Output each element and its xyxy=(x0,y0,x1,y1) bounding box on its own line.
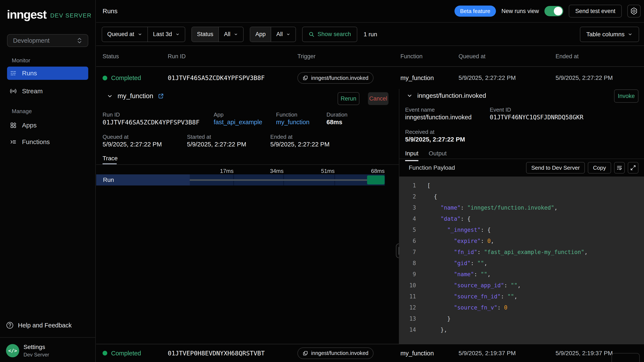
received-at-label: Received at xyxy=(405,129,434,135)
chevron-down-icon xyxy=(138,32,142,37)
started-at-value: 5/9/2025, 2:27:22 PM xyxy=(187,141,246,148)
code-token: "gid" xyxy=(454,260,470,266)
code-token: : xyxy=(471,260,477,266)
table-row[interactable]: Completed 01JTVF46SA5ZCDK4YPFSPV3B8F inn… xyxy=(96,67,644,89)
code-token: , xyxy=(490,238,494,244)
send-test-event-button[interactable]: Send test event xyxy=(569,5,622,17)
settings-entry[interactable]: </> Settings Dev Server xyxy=(6,344,49,358)
runs-table-header: Status Run ID Trigger Function Queued at… xyxy=(96,46,644,67)
code-text: }, xyxy=(427,327,447,333)
rerun-button[interactable]: Rerun xyxy=(338,92,360,105)
trace-tick: 17ms xyxy=(220,168,234,174)
settings-gear-button[interactable] xyxy=(627,5,640,17)
time-range-select[interactable]: Last 3d xyxy=(148,27,185,42)
logo[interactable]: inngest DEV SERVER xyxy=(7,8,92,20)
new-runs-view-label: New runs view xyxy=(502,8,539,14)
code-text: "source_fn_v": 0 xyxy=(427,304,508,311)
event-detail-panel: inngest/function.invoked Invoke Event na… xyxy=(399,89,644,344)
code-token xyxy=(427,238,454,244)
collapse-chevron-icon[interactable] xyxy=(107,93,113,99)
payload-code-editor[interactable]: 1[2 {3 "name": "inngest/function.invoked… xyxy=(399,177,644,344)
trace-waterfall-row[interactable]: Run xyxy=(96,174,385,185)
table-row[interactable]: Completed 01JTVEP0H8EVDNYXH68QRSTVBT inn… xyxy=(96,344,644,362)
inngest-dev-server-app: inngest DEV SERVER Development Monitor R… xyxy=(0,0,644,362)
duration-value: 68ms xyxy=(326,119,342,126)
sidebar-item-label: Functions xyxy=(22,138,50,146)
new-runs-view-toggle[interactable] xyxy=(544,6,563,16)
expand-button[interactable] xyxy=(628,162,638,174)
sidebar-item-functions[interactable]: Functions xyxy=(7,135,88,149)
app-link[interactable]: fast_api_example xyxy=(214,119,262,126)
time-field-select[interactable]: Queued at xyxy=(102,27,148,42)
time-filter-group[interactable]: Queued at Last 3d xyxy=(102,27,185,42)
trace-execution-span[interactable] xyxy=(367,176,384,184)
cancel-button[interactable]: Cancel xyxy=(368,92,388,105)
nav-section-monitor: Monitor xyxy=(12,57,30,64)
tab-trace[interactable]: Trace xyxy=(102,155,118,162)
collapse-chevron-icon[interactable] xyxy=(406,93,412,99)
column-status: Status xyxy=(102,53,119,60)
received-at-value: 5/9/2025, 2:27:22 PM xyxy=(405,136,465,143)
event-name-value: inngest/function.invoked xyxy=(405,114,472,121)
trigger-pill[interactable]: inngest/function.invoked xyxy=(298,348,374,359)
code-line: 14 }, xyxy=(399,324,644,335)
code-token: "source_fn_id" xyxy=(454,293,501,300)
dev-server-avatar: </> xyxy=(6,344,19,357)
table-columns-button[interactable]: Table columns xyxy=(580,27,639,42)
code-token: "source_fn_v" xyxy=(454,304,498,311)
column-queued-at: Queued at xyxy=(458,53,486,60)
code-text: "source_app_id": "", xyxy=(427,282,521,289)
code-line: 8 "gid": "", xyxy=(399,258,644,269)
send-to-dev-server-button[interactable]: Send to Dev Server xyxy=(526,162,585,174)
word-wrap-button[interactable] xyxy=(614,162,625,174)
copy-button[interactable]: Copy xyxy=(588,162,611,174)
code-token: : xyxy=(461,204,467,211)
status-filter-group[interactable]: Status All xyxy=(192,27,244,42)
sidebar: inngest DEV SERVER Development Monitor R… xyxy=(0,0,96,362)
code-token: : xyxy=(501,293,507,300)
code-text: "fn_id": "fast_api_example-my_function", xyxy=(427,249,588,255)
status-filter-select[interactable]: All xyxy=(218,27,243,42)
sidebar-item-runs[interactable]: Runs xyxy=(7,67,88,80)
run-id-cell: 01JTVEP0H8EVDNYXH68QRSTVBT xyxy=(168,350,265,357)
line-number: 5 xyxy=(399,227,416,233)
code-text: "name": "", xyxy=(427,271,490,277)
app-filter-select[interactable]: All xyxy=(271,27,296,42)
trace-plot-area xyxy=(190,174,385,185)
sidebar-item-stream[interactable]: Stream xyxy=(7,85,88,98)
code-text: [ xyxy=(427,182,430,189)
help-and-feedback[interactable]: Help and Feedback xyxy=(6,322,72,329)
functions-icon xyxy=(10,139,16,145)
app-filter-group[interactable]: App All xyxy=(250,27,296,42)
page-title: Runs xyxy=(102,0,118,22)
event-name-label: Event name xyxy=(405,107,435,113)
function-link[interactable]: my_function xyxy=(276,119,310,126)
code-line: 6 "expire": 0, xyxy=(399,235,644,246)
environment-select[interactable]: Development xyxy=(7,34,88,47)
function-cell: my_function xyxy=(400,74,434,82)
code-text: "name": "inngest/function.invoked", xyxy=(427,204,558,211)
sidebar-item-apps[interactable]: Apps xyxy=(7,119,88,132)
trigger-pill[interactable]: inngest/function.invoked xyxy=(298,72,374,84)
trace-tick: 34ms xyxy=(270,168,284,174)
code-line: 9 "name": "", xyxy=(399,269,644,280)
topbar: Runs Beta feature New runs view Send tes… xyxy=(96,0,644,23)
word-wrap-icon xyxy=(616,165,622,171)
trace-divider xyxy=(96,164,399,165)
external-link-icon[interactable] xyxy=(158,93,164,99)
event-id-label: Event ID xyxy=(490,107,511,113)
nav-section-manage: Manage xyxy=(12,108,32,115)
duration-label: Duration xyxy=(326,111,348,118)
code-token: "" xyxy=(477,260,484,266)
show-search-button[interactable]: Show search xyxy=(302,27,357,42)
function-cell: my_function xyxy=(400,350,434,357)
help-label: Help and Feedback xyxy=(18,322,72,329)
run-detail-title: my_function xyxy=(118,92,153,100)
invoke-button[interactable]: Invoke xyxy=(614,89,638,103)
trace-row-label: Run xyxy=(96,174,190,185)
chevron-down-icon xyxy=(628,32,633,37)
floating-control-partial[interactable] xyxy=(612,353,640,362)
code-token: , xyxy=(554,204,558,211)
code-token xyxy=(427,293,454,300)
code-token: 0 xyxy=(504,304,508,311)
